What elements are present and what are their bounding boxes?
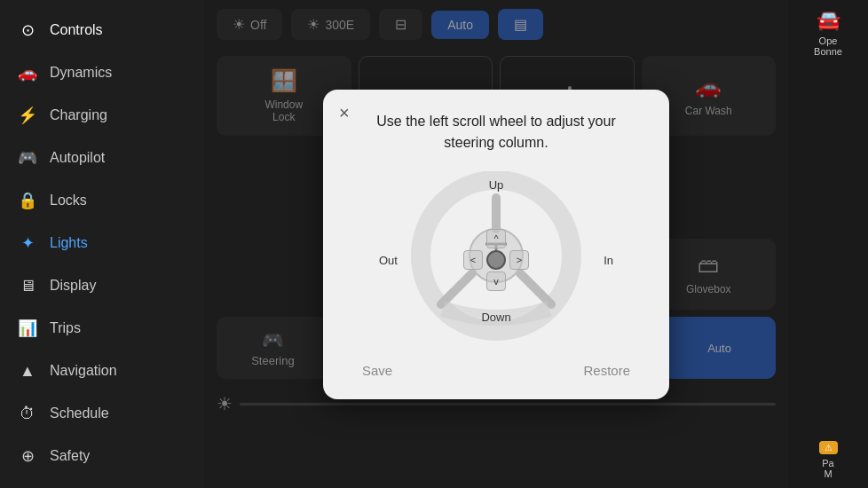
sidebar-item-lights[interactable]: ✦ Lights bbox=[0, 222, 204, 264]
sidebar-label-charging: Charging bbox=[50, 107, 107, 123]
sidebar-item-display[interactable]: 🖥 Display bbox=[0, 264, 204, 307]
arrow-right-button[interactable]: > bbox=[509, 250, 529, 270]
bonnet-icon: 🚘 bbox=[817, 9, 840, 32]
sidebar-label-autopilot: Autopilot bbox=[50, 150, 105, 166]
trips-icon: 📊 bbox=[18, 319, 37, 338]
sidebar-label-locks: Locks bbox=[50, 193, 87, 209]
sidebar-item-trips[interactable]: 📊 Trips bbox=[0, 307, 204, 350]
sidebar-label-lights: Lights bbox=[50, 235, 88, 251]
modal-overlay: × Use the left scroll wheel to adjust yo… bbox=[204, 0, 788, 488]
sidebar-label-controls: Controls bbox=[50, 22, 103, 38]
dir-left-label: Out bbox=[379, 253, 398, 266]
passenger-warning-item[interactable]: ⚠ PaM bbox=[795, 441, 861, 479]
arrow-up-button[interactable]: ^ bbox=[486, 229, 506, 248]
sidebar-item-service[interactable]: 🔧 Service bbox=[0, 477, 204, 488]
controls-icon: ⊙ bbox=[18, 20, 37, 40]
sidebar-item-controls[interactable]: ⊙ Controls bbox=[0, 9, 204, 51]
sidebar-label-navigation: Navigation bbox=[50, 363, 117, 379]
autopilot-icon: 🎮 bbox=[18, 148, 37, 168]
sidebar-label-schedule: Schedule bbox=[50, 405, 109, 421]
right-panel: 🚘 OpeBonne ⚠ PaM bbox=[788, 0, 868, 488]
scroll-row: < > bbox=[463, 250, 529, 270]
modal-title: Use the left scroll wheel to adjust your… bbox=[344, 111, 648, 153]
sidebar-item-safety[interactable]: ⊕ Safety bbox=[0, 435, 204, 477]
open-bonnet-label: OpeBonne bbox=[814, 35, 842, 57]
save-button[interactable]: Save bbox=[362, 363, 392, 378]
modal-close-button[interactable]: × bbox=[339, 104, 350, 122]
steering-adjust-modal: × Use the left scroll wheel to adjust yo… bbox=[323, 90, 669, 399]
passenger-label: PaM bbox=[822, 458, 833, 479]
sidebar-label-trips: Trips bbox=[50, 320, 81, 336]
dynamics-icon: 🚗 bbox=[18, 63, 37, 83]
navigation-icon: ▲ bbox=[18, 361, 37, 381]
dir-down-label: Down bbox=[481, 311, 510, 324]
sidebar-item-charging[interactable]: ⚡ Charging bbox=[0, 94, 204, 137]
open-bonnet-item[interactable]: 🚘 OpeBonne bbox=[795, 9, 861, 57]
arrow-left-button[interactable]: < bbox=[463, 250, 483, 270]
modal-footer: Save Restore bbox=[344, 363, 648, 378]
sidebar-item-dynamics[interactable]: 🚗 Dynamics bbox=[0, 51, 204, 94]
dir-right-label: In bbox=[604, 253, 613, 266]
sidebar-label-safety: Safety bbox=[50, 448, 90, 464]
sidebar-item-locks[interactable]: 🔒 Locks bbox=[0, 179, 204, 222]
safety-icon: ⊕ bbox=[18, 446, 37, 466]
scroll-control: ^ < > v bbox=[463, 229, 529, 291]
lights-icon: ✦ bbox=[18, 233, 37, 253]
scroll-wheel[interactable] bbox=[486, 250, 506, 270]
sidebar-item-autopilot[interactable]: 🎮 Autopilot bbox=[0, 137, 204, 179]
sidebar-label-display: Display bbox=[50, 278, 96, 294]
dir-up-label: Up bbox=[489, 178, 504, 192]
sidebar: ⊙ Controls 🚗 Dynamics ⚡ Charging 🎮 Autop… bbox=[0, 0, 204, 488]
main-content: ☀ Off ☀ 300E ⊟ Auto ▤ 🪟 WindowLock bbox=[204, 0, 788, 488]
steering-diagram: Up Down Out In ^ < > v bbox=[372, 171, 620, 349]
sidebar-item-navigation[interactable]: ▲ Navigation bbox=[0, 350, 204, 392]
schedule-icon: ⏱ bbox=[18, 404, 37, 423]
sidebar-label-dynamics: Dynamics bbox=[50, 65, 112, 81]
sidebar-item-schedule[interactable]: ⏱ Schedule bbox=[0, 392, 204, 435]
right-spacer bbox=[795, 67, 861, 430]
display-icon: 🖥 bbox=[18, 276, 37, 295]
restore-button[interactable]: Restore bbox=[583, 363, 630, 378]
charging-icon: ⚡ bbox=[18, 106, 37, 125]
locks-icon: 🔒 bbox=[18, 191, 37, 210]
warning-badge: ⚠ bbox=[819, 441, 838, 454]
arrow-down-button[interactable]: v bbox=[486, 272, 506, 291]
